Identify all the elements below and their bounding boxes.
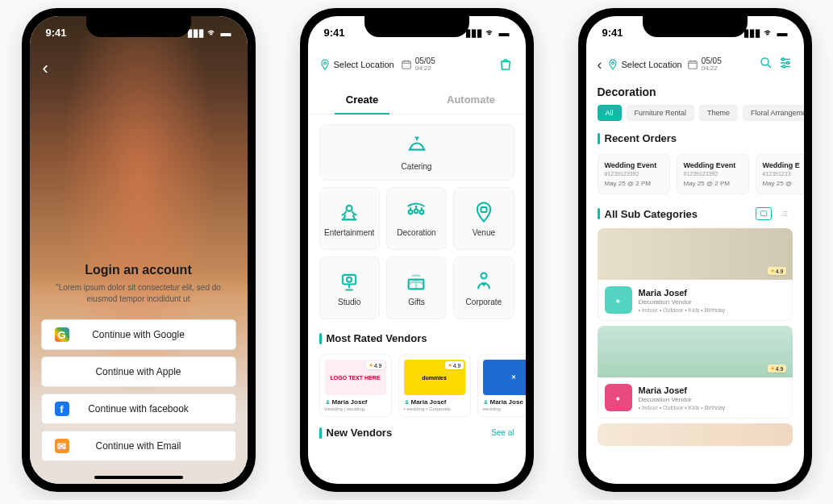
studio-icon <box>338 270 360 293</box>
list-view-toggle[interactable] <box>777 207 793 220</box>
location-icon <box>607 59 619 70</box>
corporate-icon <box>473 270 495 293</box>
subcategory-image[interactable]: ★4.9 <box>598 326 793 377</box>
order-id: #1239123392 <box>605 171 663 177</box>
user-icon <box>325 399 331 405</box>
user-icon <box>483 399 489 405</box>
category-gifts[interactable]: Gifts <box>386 256 447 319</box>
phone-categories: 9:41 ▮▮▮ ᯤ ▬ Select Location 05/0504:22 <box>300 8 534 492</box>
login-title: Login an account <box>41 263 236 277</box>
wifi-icon: ᯤ <box>485 27 496 39</box>
search-button[interactable] <box>759 56 773 73</box>
category-catering[interactable]: Catering <box>319 124 514 181</box>
order-card[interactable]: Wedding Event #1239123392 May 25 @ 2 PM <box>677 154 749 194</box>
entertainment-icon <box>338 201 360 223</box>
order-date: May 25 @ <box>763 180 804 187</box>
chip-theme[interactable]: Theme <box>699 105 738 121</box>
studio-label: Studio <box>338 298 360 306</box>
order-id: #12391233 <box>763 171 804 177</box>
facebook-label: Continue with facebook <box>55 403 223 414</box>
continue-apple-button[interactable]: Continue with Apple <box>41 356 236 387</box>
date-selector[interactable]: 05/0504:22 <box>401 56 435 73</box>
svg-point-11 <box>327 400 328 402</box>
subcategory-image[interactable] <box>598 423 793 446</box>
continue-facebook-button[interactable]: f Continue with facebook <box>41 394 236 424</box>
svg-point-12 <box>406 400 407 402</box>
location-icon <box>319 59 331 70</box>
calendar-icon <box>401 59 412 70</box>
order-card[interactable]: Wedding E #12391233 May 25 @ <box>756 154 804 194</box>
svg-point-10 <box>481 273 486 278</box>
svg-point-2 <box>347 205 352 210</box>
all-sub-title: All Sub Categories <box>605 208 751 220</box>
gifts-label: Gifts <box>408 298 425 306</box>
category-corporate[interactable]: Corporate <box>453 256 514 319</box>
notch <box>86 16 191 37</box>
subcategory-logo: ◈ <box>605 384 632 411</box>
see-all-link[interactable]: See al <box>491 428 514 437</box>
list-icon <box>780 210 789 218</box>
continue-email-button[interactable]: ✉ Continue with Email <box>41 431 236 461</box>
tab-create[interactable]: Create <box>308 85 417 114</box>
svg-point-16 <box>761 58 768 65</box>
corporate-label: Corporate <box>466 298 502 306</box>
category-decoration[interactable]: Decoration <box>386 187 447 250</box>
grid-view-toggle[interactable] <box>756 207 772 220</box>
svg-point-5 <box>420 210 424 214</box>
back-button[interactable]: ‹ <box>598 56 602 73</box>
subcategory-image[interactable]: ★4.9 <box>598 228 793 280</box>
status-time: 9:41 <box>46 27 67 39</box>
subcategory-logo: ◈ <box>605 286 632 314</box>
wifi-icon: ᯤ <box>764 27 774 39</box>
svg-point-0 <box>323 62 326 65</box>
order-title: Wedding E <box>763 161 804 169</box>
search-icon <box>759 56 773 70</box>
order-date: May 25 @ 2 PM <box>684 180 742 187</box>
continue-google-button[interactable]: G Continue with Google <box>41 319 236 350</box>
back-button[interactable]: ‹ <box>43 58 48 79</box>
category-venue[interactable]: Venue <box>453 187 514 250</box>
vendor-card[interactable]: ✕ Maria Jose wedding <box>477 354 526 417</box>
chip-floral[interactable]: Floral Arrangeme <box>743 105 803 121</box>
recent-orders-header: Recent Orders <box>586 129 804 148</box>
svg-point-19 <box>783 65 785 68</box>
vendor-card[interactable]: ★4.9 LOGO TEXT HERE Maria Josef wedding … <box>319 354 392 417</box>
time-value: 04:22 <box>415 65 435 73</box>
battery-icon: ▬ <box>777 27 788 39</box>
date-selector[interactable]: 05/0504:22 <box>687 56 722 73</box>
order-card[interactable]: Wedding Event #1239123392 May 25 @ 2 PM <box>598 154 670 194</box>
tab-automate[interactable]: Automate <box>417 85 526 114</box>
venue-icon <box>473 201 495 223</box>
location-selector[interactable]: Select Location <box>319 59 394 70</box>
svg-point-14 <box>611 62 614 65</box>
sliders-icon <box>778 56 793 70</box>
svg-point-13 <box>485 400 486 402</box>
subcategory-card[interactable]: ◈ Maria Josef Decoration Vendor • Indoor… <box>598 280 793 321</box>
cart-button[interactable] <box>497 56 514 73</box>
chip-all[interactable]: All <box>598 105 622 121</box>
status-time: 9:41 <box>324 27 345 39</box>
all-subcategories-header: All Sub Categories <box>586 204 804 223</box>
home-indicator[interactable] <box>94 476 183 479</box>
recent-orders-title: Recent Orders <box>605 132 793 144</box>
rating-badge: ★4.9 <box>445 361 464 369</box>
svg-point-4 <box>414 209 419 213</box>
decoration-label: Decoration <box>397 228 435 237</box>
svg-rect-15 <box>688 61 697 69</box>
catering-label: Catering <box>402 162 432 171</box>
location-label: Select Location <box>622 60 682 69</box>
entertainment-label: Entertainment <box>324 228 374 237</box>
svg-point-17 <box>781 58 784 60</box>
filter-button[interactable] <box>778 56 793 73</box>
vendor-logo: ✕ <box>483 360 526 395</box>
login-subtitle: "Lorem ipsum dolor sit consectetur elit,… <box>41 282 236 305</box>
category-entertainment[interactable]: Entertainment <box>319 187 380 250</box>
chip-furniture[interactable]: Furniture Rental <box>627 105 695 121</box>
subcategory-card[interactable]: ◈ Maria Josef Decoration Vendor • Indoor… <box>598 377 793 419</box>
location-selector[interactable]: Select Location <box>607 59 682 70</box>
vendor-card[interactable]: ★4.9 dummies Maria Josef • wedding • Cor… <box>398 354 471 417</box>
category-studio[interactable]: Studio <box>319 256 380 319</box>
subcategory-vendor: Decoration Vendor <box>639 298 726 306</box>
new-vendors-title: New Vendors <box>327 427 487 439</box>
google-label: Continue with Google <box>55 329 223 340</box>
